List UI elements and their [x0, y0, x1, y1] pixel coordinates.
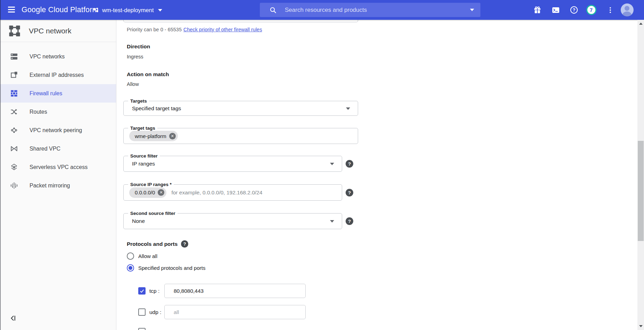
- collapse-sidebar-icon[interactable]: [9, 314, 17, 322]
- sidebar-item-shared-vpc[interactable]: Shared VPC: [0, 139, 116, 158]
- vpc-network-logo-icon: [9, 25, 20, 37]
- source-ip-help-icon[interactable]: ?: [346, 189, 353, 196]
- sidebar-item-label: External IP addresses: [30, 72, 84, 78]
- target-tags-field[interactable]: Target tags wme-platform ✕: [123, 128, 358, 144]
- sidebar-item-label: Firewall rules: [30, 90, 62, 97]
- peering-icon: [10, 126, 18, 135]
- chevron-down-icon: [330, 163, 334, 165]
- sidebar-item-routes[interactable]: Routes: [0, 103, 116, 121]
- tcp-label: tcp :: [149, 288, 159, 294]
- source-ip-placeholder: for example, 0.0.0.0/0, 192.168.2.0/24: [171, 190, 262, 196]
- sidebar-item-label: Packet mirroring: [30, 183, 70, 189]
- search-input[interactable]: [285, 7, 466, 14]
- source-filter-help-icon[interactable]: ?: [346, 160, 353, 168]
- notification-count: 7: [590, 7, 593, 13]
- udp-ports-input[interactable]: [164, 305, 306, 319]
- sidebar-item-serverless-vpc[interactable]: Serverless VPC access: [0, 158, 116, 176]
- targets-dropdown[interactable]: Targets Specified target tags: [123, 101, 358, 116]
- remove-tag-icon[interactable]: ✕: [169, 133, 176, 139]
- udp-checkbox[interactable]: [138, 308, 146, 316]
- check-priority-link[interactable]: Check priority of other firewall rules: [183, 27, 262, 32]
- second-source-help-icon[interactable]: ?: [346, 217, 353, 225]
- sidebar-item-label: VPC network peering: [30, 127, 82, 134]
- shared-vpc-icon: [10, 145, 18, 153]
- serverless-vpc-icon: [10, 163, 18, 171]
- sidebar-item-label: Shared VPC: [30, 146, 60, 152]
- direction-value: Ingress: [127, 54, 143, 59]
- app-header: Google Cloud Platform wm-test-deployment: [0, 0, 644, 20]
- sidebar-menu: VPC networks External IP addresses Firew…: [0, 47, 116, 195]
- chevron-down-icon: [158, 9, 162, 11]
- action-value: Allow: [127, 81, 139, 87]
- tcp-ports-input[interactable]: [164, 284, 306, 298]
- source-filter-value: IP ranges: [132, 156, 155, 171]
- scrollbar-thumb[interactable]: [638, 141, 644, 241]
- protocols-help-icon[interactable]: ?: [181, 240, 188, 248]
- source-ip-chip: 0.0.0.0/0 ✕: [129, 187, 166, 198]
- protocols-heading: Protocols and ports: [127, 241, 177, 247]
- scroll-up-icon[interactable]: [639, 23, 643, 25]
- svg-text:?: ?: [572, 7, 575, 13]
- tcp-checkbox[interactable]: [138, 287, 146, 295]
- scroll-down-icon[interactable]: [639, 325, 643, 327]
- radio-specified-protocols[interactable]: [127, 264, 134, 272]
- sidebar-title: VPC network: [29, 27, 72, 35]
- scrollbar: [637, 20, 644, 330]
- sidebar: VPC network VPC networks External IP add…: [0, 20, 116, 330]
- priority-help-text: Priority can be 0 - 65535Check priority …: [127, 27, 262, 32]
- cloud-shell-icon[interactable]: [549, 0, 563, 20]
- next-protocol-checkbox-partial[interactable]: [138, 328, 146, 330]
- sidebar-item-external-ip[interactable]: External IP addresses: [0, 66, 116, 84]
- search-icon: [270, 7, 276, 14]
- sidebar-item-label: Serverless VPC access: [30, 164, 88, 170]
- radio-allow-all-label: Allow all: [138, 253, 157, 259]
- second-source-filter-dropdown[interactable]: Second source filter None: [123, 213, 342, 229]
- help-icon[interactable]: ?: [567, 0, 581, 20]
- radio-specified-protocols-label: Specified protocols and ports: [138, 265, 205, 271]
- check-icon: [139, 288, 145, 293]
- source-filter-dropdown[interactable]: Source filter IP ranges: [123, 156, 342, 172]
- chevron-down-icon: [330, 220, 334, 223]
- packet-mirroring-icon: [10, 182, 18, 190]
- second-source-filter-value: None: [132, 214, 145, 229]
- sidebar-header: VPC network: [0, 20, 116, 42]
- direction-heading: Direction: [127, 43, 150, 50]
- avatar[interactable]: [620, 0, 634, 20]
- action-heading: Action on match: [127, 71, 169, 78]
- project-icon: [92, 7, 99, 14]
- sidebar-item-firewall-rules[interactable]: Firewall rules: [0, 84, 116, 103]
- target-tag-chip: wme-platform ✕: [129, 131, 178, 141]
- udp-label: udp :: [149, 309, 161, 315]
- search-dropdown-icon[interactable]: [470, 9, 474, 11]
- firewall-icon: [10, 89, 18, 98]
- sidebar-item-vpc-networks[interactable]: VPC networks: [0, 47, 116, 66]
- more-vertical-icon[interactable]: [603, 0, 617, 20]
- project-selector[interactable]: wm-test-deployment: [92, 5, 162, 16]
- radio-allow-all[interactable]: [127, 252, 134, 260]
- dns-icon: [10, 53, 18, 61]
- external-ip-icon: [10, 71, 18, 79]
- chevron-down-icon: [346, 107, 350, 110]
- project-name: wm-test-deployment: [102, 7, 154, 14]
- brand-title[interactable]: Google Cloud Platform: [22, 6, 99, 14]
- sidebar-item-vpc-peering[interactable]: VPC network peering: [0, 121, 116, 139]
- priority-field-partial[interactable]: [123, 20, 358, 22]
- targets-value: Specified target tags: [132, 101, 181, 115]
- routes-icon: [10, 108, 18, 116]
- source-ip-ranges-field[interactable]: Source IP ranges * 0.0.0.0/0 ✕ for examp…: [123, 184, 342, 201]
- menu-icon[interactable]: [8, 7, 15, 13]
- remove-ip-icon[interactable]: ✕: [158, 189, 164, 196]
- window-edge: [0, 0, 1, 330]
- sidebar-item-label: VPC networks: [30, 54, 65, 60]
- search-bar[interactable]: [260, 3, 480, 17]
- notifications-badge[interactable]: 7: [584, 0, 598, 20]
- whats-new-gift-icon[interactable]: [530, 0, 544, 20]
- sidebar-item-label: Routes: [30, 109, 47, 115]
- sidebar-item-packet-mirroring[interactable]: Packet mirroring: [0, 176, 116, 195]
